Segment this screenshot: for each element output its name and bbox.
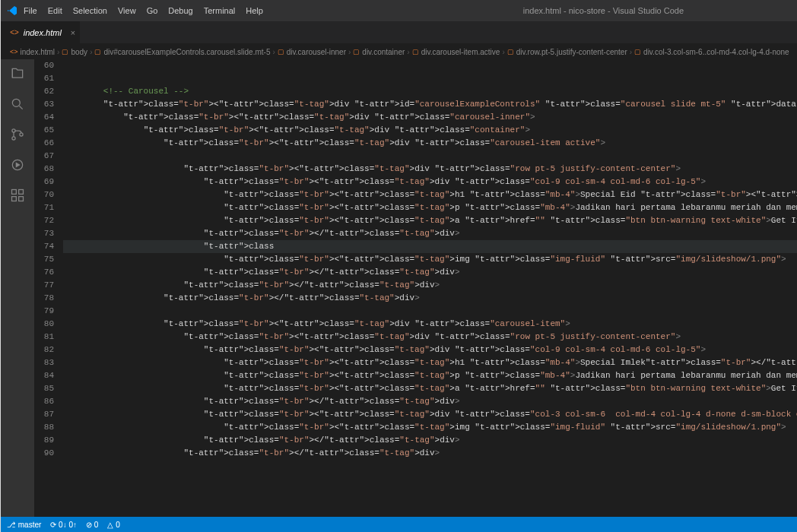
html-file-icon: <> [10,28,19,36]
statusbar: ⎇ master ⟳ 0↓ 0↑ ⊘ 0 △ 0 Ln 74, Col 69 S… [1,517,797,532]
svg-rect-7 [19,197,24,201]
svg-point-3 [20,133,23,136]
tabbar: <> index.html × ◫ ⋯ [1,21,797,44]
menu-terminal[interactable]: Terminal [199,6,240,15]
errors-count[interactable]: ⊘ 0 [86,521,98,529]
breadcrumb-item[interactable]: div.carousel-item.active [421,48,500,56]
svg-point-1 [12,129,15,132]
titlebar: File Edit Selection View Go Debug Termin… [1,0,797,21]
activity-bar [1,59,34,517]
sync-status[interactable]: ⟳ 0↓ 0↑ [50,521,77,529]
svg-point-2 [12,137,15,140]
debug-icon[interactable] [9,157,26,173]
svg-rect-6 [12,197,17,201]
menu-selection[interactable]: Selection [68,6,112,15]
breadcrumb-item[interactable]: index.html [21,48,56,56]
breadcrumb-item[interactable]: div.container [362,48,405,56]
menu-file[interactable]: File [19,6,42,15]
breadcrumb-item[interactable]: body [71,48,87,56]
svg-rect-8 [19,190,24,195]
menu-edit[interactable]: Edit [43,6,67,15]
menu-help[interactable]: Help [241,6,268,15]
svg-rect-5 [12,190,17,195]
menu-go[interactable]: Go [142,6,163,15]
vscode-window: File Edit Selection View Go Debug Termin… [1,0,797,532]
source-control-icon[interactable] [9,126,26,143]
editor[interactable]: 60 61 62 63 64 65 66 67 68 69 70 71 72 7… [34,59,797,517]
menu-debug[interactable]: Debug [164,6,197,15]
breadcrumbs[interactable]: <>index.html›▢body›▢div#carouselExampleC… [1,44,797,59]
git-branch[interactable]: ⎇ master [7,521,41,529]
breadcrumb-item[interactable]: div.carousel-inner [287,48,346,56]
menu-view[interactable]: View [113,6,141,15]
breadcrumb-item[interactable]: div#carouselExampleControls.carousel.sli… [103,48,270,56]
vscode-icon [7,5,17,16]
search-icon[interactable] [9,96,26,112]
tab-close-icon[interactable]: × [70,28,75,37]
svg-point-0 [12,99,20,106]
extensions-icon[interactable] [9,187,26,204]
tab-index-html[interactable]: <> index.html × [1,21,81,43]
warnings-count[interactable]: △ 0 [107,521,119,529]
breadcrumb-item[interactable]: div.row.pt-5.justify-content-center [516,48,627,56]
explorer-icon[interactable] [9,65,26,82]
breadcrumb-item[interactable]: div.col-3.col-sm-6..col-md-4.col-lg-4.d-… [643,48,789,56]
window-title: index.html - nico-store - Visual Studio … [523,6,684,15]
